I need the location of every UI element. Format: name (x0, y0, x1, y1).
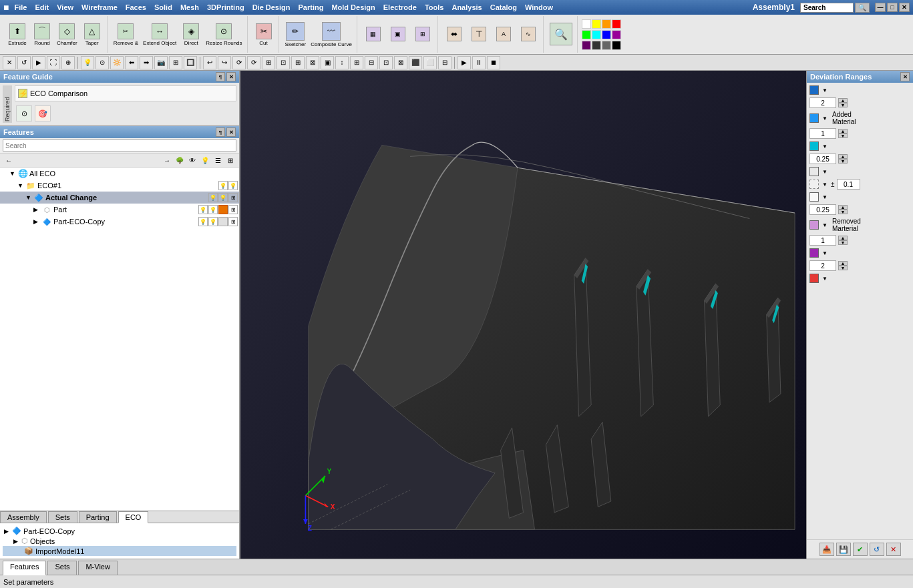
dev-color-7[interactable] (809, 220, 819, 230)
dev-input-4[interactable] (809, 204, 836, 215)
dev-input-5[interactable] (809, 235, 836, 246)
eco1-eye-icon[interactable]: 💡 (218, 181, 228, 190)
tb2-btn-20[interactable]: ⊞ (291, 56, 305, 69)
eco1-bulb-icon[interactable]: 💡 (228, 181, 238, 190)
tb2-btn-29[interactable]: ⬜ (423, 56, 437, 69)
resize-rounds-button[interactable]: ⊙ Resize Rounds (204, 23, 244, 47)
color-darkpurple[interactable] (582, 41, 591, 50)
tab-sets[interactable]: Sets (48, 511, 77, 523)
fg-icon1[interactable]: ⊙ (16, 105, 32, 121)
dev-save-btn[interactable]: 💾 (836, 543, 851, 556)
ft-forward-btn[interactable]: → (161, 154, 173, 166)
tb2-btn-11[interactable]: 📷 (154, 56, 168, 69)
tb2-btn-25[interactable]: ⊟ (365, 56, 378, 69)
tb2-btn-6[interactable]: 💡 (81, 56, 94, 69)
tb2-btn-18[interactable]: ⊞ (262, 56, 275, 69)
dev-dropdown-5[interactable]: ▼ (821, 180, 829, 188)
part-eye-icon[interactable]: 💡 (198, 205, 208, 214)
part-eco-expand[interactable]: ▶ (33, 218, 41, 225)
measure-btn-4[interactable]: ∿ (516, 26, 540, 43)
tb2-btn-8[interactable]: 🔆 (110, 56, 124, 69)
dev-input-1[interactable] (809, 97, 836, 108)
extend-object-button[interactable]: ↔ Extend Object (141, 23, 178, 47)
tree-item-part-eco-copy[interactable]: ▶ 🔷 Part-ECO-Copy 💡 💡 ⊞ (0, 216, 239, 228)
dev-spin-down-2[interactable]: ▼ (838, 133, 848, 138)
features-pin[interactable]: ¶ (216, 127, 225, 137)
color-cyan[interactable] (592, 30, 601, 39)
menu-file[interactable]: File (11, 3, 29, 11)
minimize-button[interactable]: — (875, 3, 886, 12)
menu-edit[interactable]: Edit (32, 3, 51, 11)
tb2-btn-13[interactable]: 🔲 (184, 56, 197, 69)
tb2-btn-21[interactable]: ⊠ (306, 56, 319, 69)
menu-view[interactable]: View (54, 3, 76, 11)
tab-eco[interactable]: ECO (118, 511, 149, 523)
dev-color-5[interactable] (809, 180, 819, 189)
dev-dropdown-2[interactable]: ▼ (821, 114, 829, 122)
features-search-input[interactable] (3, 139, 236, 152)
tree-item-eco1[interactable]: ▼ 📁 ECO#1 💡 💡 (0, 180, 239, 192)
fg-icon2[interactable]: 🎯 (35, 105, 51, 121)
taper-button[interactable]: △ Taper (80, 23, 104, 47)
tb2-btn-26[interactable]: ⊡ (379, 56, 393, 69)
dev-color-2[interactable] (809, 113, 819, 123)
deviation-close[interactable]: ✕ (900, 72, 910, 81)
search-btn[interactable]: 🔍 (855, 3, 870, 13)
bottom-objects-expand[interactable]: ▶ (13, 538, 21, 545)
dev-input-2[interactable] (809, 128, 836, 139)
menu-electrode[interactable]: Electrode (381, 3, 419, 11)
dev-color-3[interactable] (809, 141, 819, 151)
tb2-btn-27[interactable]: ⊠ (394, 56, 407, 69)
dev-dropdown-6[interactable]: ▼ (821, 193, 829, 201)
dev-spin-up-5[interactable]: ▲ (838, 236, 848, 240)
eco1-expand[interactable]: ▼ (17, 182, 25, 189)
bottom-item-import-model[interactable]: 📦 ImportModel11 (3, 546, 236, 556)
tb2-btn-17[interactable]: ⟳ (247, 56, 260, 69)
feature-guide-pin[interactable]: ¶ (216, 72, 225, 81)
ft-eye-btn[interactable]: 👁 (186, 154, 198, 166)
dev-import-btn[interactable]: 📥 (819, 543, 834, 556)
dev-input-range[interactable] (837, 179, 860, 190)
dev-dropdown-9[interactable]: ▼ (821, 274, 829, 282)
part-bulb-icon[interactable]: 💡 (208, 205, 218, 214)
tb2-btn-28[interactable]: ⬛ (409, 56, 422, 69)
color-red[interactable] (612, 19, 621, 29)
dev-spin-up-2[interactable]: ▲ (838, 129, 848, 133)
surface-btn-3[interactable]: ⊞ (411, 26, 435, 43)
remove-extend-button[interactable]: ✂ Remove & (112, 23, 140, 47)
measure-btn-3[interactable]: A (492, 26, 516, 43)
menu-3dprinting[interactable]: 3DPrinting (204, 3, 247, 11)
part-more-icon[interactable]: ⊞ (228, 205, 238, 214)
color-black[interactable] (612, 41, 621, 50)
color-green[interactable] (582, 30, 591, 39)
dev-color-4[interactable] (809, 167, 819, 176)
tree-item-all-eco[interactable]: ▼ 🌐 All ECO (0, 168, 239, 180)
tb2-btn-14[interactable]: ↩ (203, 56, 216, 69)
tb2-btn-23[interactable]: ↕ (335, 56, 349, 69)
ft-back-btn[interactable]: ← (3, 154, 15, 166)
dev-color-9[interactable] (809, 274, 819, 283)
dev-spin-up-3[interactable]: ▲ (838, 154, 848, 159)
tb2-btn-10[interactable]: ➡ (140, 56, 153, 69)
eco-copy-color[interactable] (218, 217, 228, 226)
dev-dropdown-8[interactable]: ▼ (821, 249, 829, 257)
chamfer-button[interactable]: ◇ Chamfer (55, 23, 79, 47)
search-input-titlebar[interactable]: Search (800, 3, 854, 13)
color-purple[interactable] (612, 30, 621, 39)
dev-color-1[interactable] (809, 85, 819, 95)
menu-window[interactable]: Window (522, 3, 556, 11)
menu-analysis[interactable]: Analysis (449, 3, 484, 11)
features-close[interactable]: ✕ (226, 127, 236, 137)
close-button[interactable]: ✕ (899, 3, 910, 12)
zoom-button[interactable]: 🔍 (548, 22, 574, 47)
dev-dropdown-4[interactable]: ▼ (821, 168, 829, 176)
composite-curve-button[interactable]: 〰 Composite Curve (309, 21, 354, 48)
dev-dropdown-7[interactable]: ▼ (821, 221, 829, 229)
tb2-btn-16[interactable]: ⟳ (232, 56, 246, 69)
part-color-icon[interactable] (218, 205, 228, 214)
direct-modeling-button[interactable]: ◈ Direct (179, 23, 203, 47)
dev-dropdown-3[interactable]: ▼ (821, 142, 829, 150)
tab-mview-bottom[interactable]: M-View (78, 561, 117, 575)
eco-copy-eye[interactable]: 💡 (198, 217, 208, 226)
actual-eye-icon[interactable]: 💡 (208, 193, 218, 202)
